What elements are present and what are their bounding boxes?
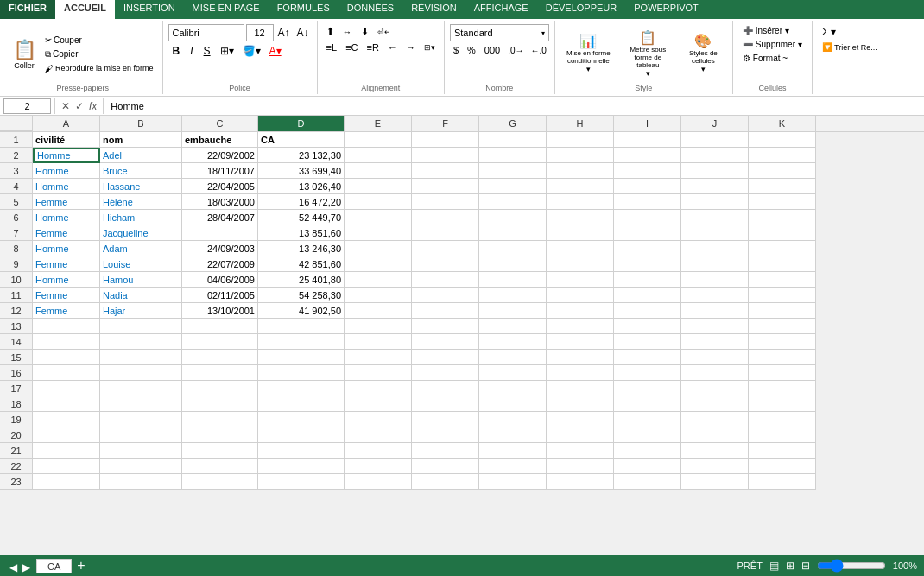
cell-7-8[interactable] — [614, 225, 681, 241]
cell-6-7[interactable] — [547, 210, 614, 225]
cell-3-8[interactable] — [614, 163, 681, 179]
cell-8-7[interactable] — [547, 241, 614, 256]
cell-15-8[interactable] — [614, 350, 681, 365]
cell-4-0[interactable]: Homme — [33, 179, 100, 194]
mise-en-page-tab[interactable]: MISE EN PAGE — [184, 0, 269, 19]
cell-22-0[interactable] — [33, 459, 100, 474]
cell-4-7[interactable] — [547, 179, 614, 194]
cell-2-4[interactable] — [345, 148, 412, 163]
row-header-21[interactable]: 21 — [0, 443, 33, 459]
cell-12-8[interactable] — [614, 303, 681, 319]
cell-12-10[interactable] — [749, 303, 816, 319]
cell-1-5[interactable] — [412, 132, 479, 148]
cell-17-8[interactable] — [614, 381, 681, 396]
cell-19-9[interactable] — [681, 412, 749, 427]
cell-15-2[interactable] — [182, 350, 258, 365]
indent-inc-button[interactable]: → — [402, 41, 419, 54]
cell-3-7[interactable] — [547, 163, 614, 179]
cell-17-6[interactable] — [479, 381, 547, 396]
cell-7-3[interactable]: 13 851,60 — [258, 225, 345, 241]
cell-10-3[interactable]: 25 401,80 — [258, 272, 345, 288]
cell-12-3[interactable]: 41 902,50 — [258, 303, 345, 319]
font-color-button[interactable]: A▾ — [266, 43, 285, 59]
row-header-6[interactable]: 6 — [0, 210, 33, 225]
cell-8-8[interactable] — [614, 241, 681, 256]
cell-15-0[interactable] — [33, 350, 100, 365]
cell-18-6[interactable] — [479, 396, 547, 412]
row-header-10[interactable]: 10 — [0, 272, 33, 288]
row-header-8[interactable]: 8 — [0, 241, 33, 256]
cell-17-10[interactable] — [749, 381, 816, 396]
cell-1-2[interactable]: embauche — [182, 132, 258, 148]
dec-decimal-button[interactable]: ←.0 — [528, 44, 549, 57]
format-painter-button[interactable]: 🖌 Reproduire la mise en forme — [41, 62, 157, 75]
cell-2-10[interactable] — [749, 148, 816, 163]
font-name-input[interactable] — [168, 24, 244, 41]
cell-2-3[interactable]: 23 132,30 — [258, 148, 345, 163]
cell-reference-box[interactable] — [3, 98, 51, 114]
cell-10-8[interactable] — [614, 272, 681, 288]
cell-14-3[interactable] — [258, 334, 345, 350]
cell-12-6[interactable] — [479, 303, 547, 319]
row-header-19[interactable]: 19 — [0, 412, 33, 427]
cell-18-5[interactable] — [412, 396, 479, 412]
cell-21-5[interactable] — [412, 443, 479, 459]
developpeur-tab[interactable]: DÉVELOPPEUR — [537, 0, 626, 19]
col-header-H[interactable]: H — [547, 116, 614, 131]
cell-14-9[interactable] — [681, 334, 749, 350]
cell-20-5[interactable] — [412, 427, 479, 443]
cell-16-9[interactable] — [681, 365, 749, 381]
cell-13-9[interactable] — [681, 319, 749, 334]
cell-5-5[interactable] — [412, 194, 479, 210]
col-header-E[interactable]: E — [345, 116, 412, 131]
cell-12-5[interactable] — [412, 303, 479, 319]
cell-22-9[interactable] — [681, 459, 749, 474]
cell-2-5[interactable] — [412, 148, 479, 163]
cell-11-6[interactable] — [479, 288, 547, 303]
cell-12-9[interactable] — [681, 303, 749, 319]
cell-15-1[interactable] — [100, 350, 182, 365]
cell-8-3[interactable]: 13 246,30 — [258, 241, 345, 256]
cell-16-1[interactable] — [100, 365, 182, 381]
powerpivot-tab[interactable]: POWERPIVOT — [625, 0, 707, 19]
col-header-G[interactable]: G — [479, 116, 547, 131]
cell-3-9[interactable] — [681, 163, 749, 179]
delete-cells-button[interactable]: ➖ Supprimer ▾ — [738, 38, 807, 51]
cell-5-10[interactable] — [749, 194, 816, 210]
cell-3-10[interactable] — [749, 163, 816, 179]
cell-6-1[interactable]: Hicham — [100, 210, 182, 225]
cell-23-7[interactable] — [547, 474, 614, 490]
cell-4-4[interactable] — [345, 179, 412, 194]
cell-8-10[interactable] — [749, 241, 816, 256]
conditional-format-button[interactable]: 📊 Mise en forme conditionnelle ▾ — [560, 30, 617, 76]
cell-4-1[interactable]: Hassane — [100, 179, 182, 194]
cell-10-5[interactable] — [412, 272, 479, 288]
cell-9-10[interactable] — [749, 256, 816, 272]
formula-input[interactable] — [107, 101, 921, 111]
col-header-B[interactable]: B — [100, 116, 182, 131]
cell-10-4[interactable] — [345, 272, 412, 288]
cell-9-7[interactable] — [547, 256, 614, 272]
row-header-11[interactable]: 11 — [0, 288, 33, 303]
cell-9-4[interactable] — [345, 256, 412, 272]
cell-17-1[interactable] — [100, 381, 182, 396]
revision-tab[interactable]: RÉVISION — [402, 0, 465, 19]
cell-16-0[interactable] — [33, 365, 100, 381]
cell-8-0[interactable]: Homme — [33, 241, 100, 256]
cell-19-7[interactable] — [547, 412, 614, 427]
cell-4-5[interactable] — [412, 179, 479, 194]
fill-color-button[interactable]: 🪣▾ — [239, 43, 264, 59]
cell-9-6[interactable] — [479, 256, 547, 272]
cell-13-2[interactable] — [182, 319, 258, 334]
cell-11-0[interactable]: Femme — [33, 288, 100, 303]
decrease-font-button[interactable]: A↓ — [294, 26, 312, 40]
row-header-15[interactable]: 15 — [0, 350, 33, 365]
paste-button[interactable]: 📋 Coller — [9, 36, 40, 73]
italic-button[interactable]: I — [186, 43, 197, 59]
cell-1-4[interactable] — [345, 132, 412, 148]
cell-6-2[interactable]: 28/04/2007 — [182, 210, 258, 225]
cell-9-0[interactable]: Femme — [33, 256, 100, 272]
cell-16-8[interactable] — [614, 365, 681, 381]
cell-19-2[interactable] — [182, 412, 258, 427]
page-break-button[interactable]: ⊟ — [801, 560, 810, 572]
